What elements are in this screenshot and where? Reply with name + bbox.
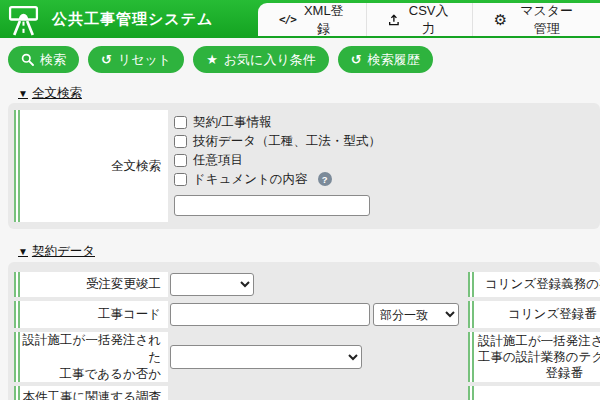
reset-button-label: リセット [118,51,171,69]
help-icon[interactable]: ? [318,172,332,186]
app-title: 公共工事管理システム [52,0,213,38]
corins-registration-number-label: コリンズ登録番 [468,301,600,328]
document-content-checkbox[interactable] [174,173,187,186]
gear-icon: ⚙ [494,12,507,27]
csv-input-button[interactable]: CSV入力 [366,3,472,36]
code-icon: </> [279,13,296,26]
fulltext-panel: 全文検索 契約/工事情報 技術データ（工種、工法・型式） 任意項目 ドキュメント… [8,103,600,229]
order-change-completion-label: 受注変更竣工 [14,272,168,297]
upload-icon [388,13,400,27]
app-header: 公共工事管理システム </> XML登録 CSV入力 ⚙ マスター管理 [0,0,600,38]
checkbox-item-contract-info[interactable]: 契約/工事情報 [174,115,381,129]
reset-button[interactable]: ↺ リセット [88,46,184,73]
related-survey-design-label: 本件工事に関連する調査設 [14,386,168,400]
section-toggle-contract[interactable]: ▼契約データ [18,243,95,260]
favorite-conditions-label: お気に入り条件 [224,51,316,69]
search-icon [21,53,34,66]
contract-panel: 受注変更竣工 工事コード 部分一致 設計施工が一括発注された 工事であるか否か … [8,262,600,400]
checkbox-item-document-content[interactable]: ドキュメントの内容 ? [174,172,381,186]
optional-items-checkbox-label: 任意項目 [193,152,243,169]
construction-code-label: 工事コード [14,301,168,328]
optional-items-checkbox[interactable] [174,154,187,167]
reset-icon: ↺ [101,53,112,66]
technical-data-checkbox-label: 技術データ（工種、工法・型式） [193,133,381,150]
checkbox-item-technical-data[interactable]: 技術データ（工種、工法・型式） [174,134,381,148]
checkbox-item-optional-items[interactable]: 任意項目 [174,153,381,167]
star-icon: ★ [206,53,218,66]
collapse-triangle-icon: ▼ [18,246,28,257]
xml-register-label: XML登録 [303,2,345,38]
design-build-lump-sum-label: 設計施工が一括発注された 工事であるか否か [14,332,168,382]
tecris-label-line1: 設計施工が一括発注され [478,333,600,349]
master-management-label: マスター管理 [514,2,579,38]
fulltext-checkbox-group: 契約/工事情報 技術データ（工種、工法・型式） 任意項目 ドキュメントの内容 ? [174,115,381,191]
csv-input-label: CSV入力 [406,2,450,38]
technical-data-checkbox[interactable] [174,135,187,148]
master-management-button[interactable]: ⚙ マスター管理 [472,3,600,36]
fulltext-label-cell: 全文検索 [14,110,168,222]
search-button[interactable]: 検索 [8,46,79,73]
match-type-select[interactable]: 部分一致 [373,303,459,326]
tunnel-road-logo-icon [7,3,40,36]
collapse-triangle-icon: ▼ [18,88,28,99]
header-nav: </> XML登録 CSV入力 ⚙ マスター管理 [258,3,600,36]
contract-info-checkbox-label: 契約/工事情報 [193,114,271,131]
design-build-lump-sum-select[interactable] [170,345,362,369]
section-toggle-fulltext[interactable]: ▼全文検索 [18,85,82,102]
search-history-button[interactable]: ↺ 検索履歴 [338,46,433,73]
design-build-tecris-number-label: 設計施工が一括発注され 工事の設計業務のテクリ 登録番 [468,332,600,382]
search-button-label: 検索 [40,51,66,69]
search-history-label: 検索履歴 [368,51,420,69]
order-change-completion-select[interactable] [170,273,254,296]
contract-info-checkbox[interactable] [174,116,187,129]
history-icon: ↺ [351,53,362,66]
right-column-row4-cell [468,386,600,400]
favorite-conditions-button[interactable]: ★ お気に入り条件 [193,46,329,73]
fulltext-section-title: 全文検索 [32,86,82,100]
toolbar: 検索 ↺ リセット ★ お気に入り条件 ↺ 検索履歴 [8,46,433,73]
fulltext-search-input[interactable] [174,195,370,216]
tecris-label-line2: 工事の設計業務のテクリ [478,349,600,365]
tecris-label-line3: 登録番 [478,365,600,381]
corins-registration-duty-label: コリンズ登録義務の有 [468,272,600,297]
page: 公共工事管理システム </> XML登録 CSV入力 ⚙ マスター管理 [0,0,600,400]
xml-register-button[interactable]: </> XML登録 [258,3,366,36]
contract-section-title: 契約データ [32,244,95,258]
document-content-checkbox-label: ドキュメントの内容 [193,171,308,188]
construction-code-input[interactable] [170,303,370,326]
